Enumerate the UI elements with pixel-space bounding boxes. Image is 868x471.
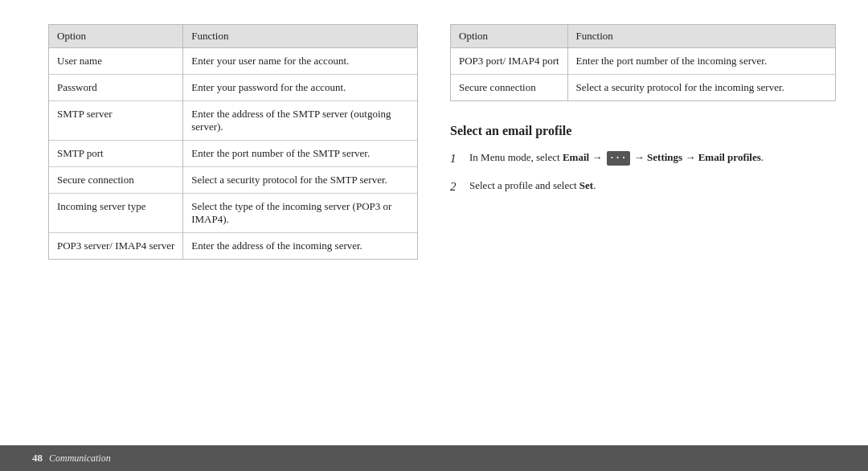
function-cell: Enter the port number of the SMTP server… [183,141,418,167]
option-cell: POP3 server/ IMAP4 server [49,233,183,260]
option-cell: SMTP port [49,141,183,167]
option-cell: Secure connection [451,75,568,101]
step-text: In Menu mode, select Email → • • • → Set… [469,149,836,166]
table-row: Secure connectionSelect a security proto… [451,75,836,101]
main-content: Option Function User nameEnter your user… [0,0,868,445]
option-cell: Password [49,75,183,101]
step-text: Select a profile and select Set. [469,178,836,194]
footer-section-label: Communication [49,453,111,465]
option-cell: SMTP server [49,101,183,141]
function-cell: Enter the address of the incoming server… [183,233,418,260]
step-item: 1In Menu mode, select Email → • • • → Se… [450,149,836,168]
function-cell: Select the type of the incoming server (… [183,194,418,233]
left-table-header-option: Option [49,25,183,48]
left-column: Option Function User nameEnter your user… [48,24,418,429]
left-table-header-function: Function [183,25,418,48]
footer-page-number: 48 [32,452,43,465]
table-row: Incoming server typeSelect the type of t… [49,194,418,233]
function-cell: Enter the address of the SMTP server (ou… [183,101,418,141]
email-profile-section: Select an email profile 1In Menu mode, s… [450,124,836,195]
table-row: PasswordEnter your password for the acco… [49,75,418,101]
right-table-header-option: Option [451,25,568,48]
table-row: POP3 port/ IMAP4 portEnter the port numb… [451,48,836,75]
function-cell: Select a security protocol for the SMTP … [183,167,418,194]
function-cell: Select a security protocol for the incom… [567,75,835,101]
step-number: 1 [450,149,463,168]
right-column: Option Function POP3 port/ IMAP4 portEnt… [450,24,836,429]
option-cell: POP3 port/ IMAP4 port [451,48,568,75]
option-cell: Incoming server type [49,194,183,233]
table-row: SMTP portEnter the port number of the SM… [49,141,418,167]
steps-list: 1In Menu mode, select Email → • • • → Se… [450,149,836,195]
footer: 48 Communication [0,445,868,471]
section-title: Select an email profile [450,124,836,138]
menu-icon: • • • [607,151,630,166]
right-table-header-function: Function [567,25,835,48]
function-cell: Enter the port number of the incoming se… [567,48,835,75]
step-item: 2Select a profile and select Set. [450,178,836,196]
table-row: User nameEnter your user name for the ac… [49,48,418,75]
left-table: Option Function User nameEnter your user… [48,24,418,260]
table-row: SMTP serverEnter the address of the SMTP… [49,101,418,141]
function-cell: Enter your password for the account. [183,75,418,101]
step-number: 2 [450,178,463,196]
function-cell: Enter your user name for the account. [183,48,418,75]
option-cell: Secure connection [49,167,183,194]
option-cell: User name [49,48,183,75]
table-row: Secure connectionSelect a security proto… [49,167,418,194]
right-table: Option Function POP3 port/ IMAP4 portEnt… [450,24,836,101]
table-row: POP3 server/ IMAP4 serverEnter the addre… [49,233,418,260]
